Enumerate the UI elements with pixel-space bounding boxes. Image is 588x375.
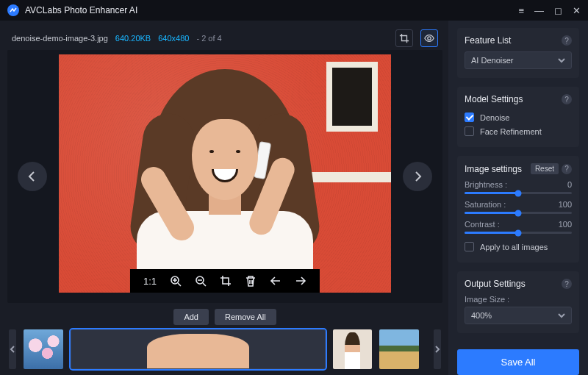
- file-size: 640.20KB: [115, 34, 151, 43]
- image-size-value: 400%: [471, 311, 492, 320]
- zoom-toolbar: 1:1: [130, 269, 320, 293]
- crop-icon[interactable]: [220, 275, 232, 287]
- minimize-button[interactable]: —: [534, 6, 544, 15]
- brightness-slider[interactable]: [465, 192, 572, 194]
- remove-all-button[interactable]: Remove All: [215, 309, 276, 325]
- next-image-button[interactable]: [403, 162, 432, 191]
- output-settings-panel: Output Settings? Image Size : 400%: [457, 271, 579, 333]
- zoom-ratio-button[interactable]: 1:1: [143, 276, 157, 287]
- undo-arrow-icon[interactable]: [270, 275, 282, 287]
- close-button[interactable]: ✕: [573, 6, 581, 15]
- title-bar: AVCLabs Photo Enhancer AI ≡ — ◻ ✕: [0, 0, 588, 21]
- save-all-button[interactable]: Save All: [457, 349, 579, 375]
- output-heading: Output Settings: [465, 279, 526, 289]
- redo-arrow-icon[interactable]: [295, 275, 306, 287]
- contrast-value: 100: [559, 220, 572, 229]
- app-title: AVCLabs Photo Enhancer AI: [25, 5, 512, 15]
- help-icon[interactable]: ?: [562, 279, 572, 289]
- feature-heading: Feature List: [465, 35, 511, 46]
- file-info-bar: denoise-demo-image-3.jpg 640.20KB 640x48…: [7, 26, 442, 50]
- contrast-slider[interactable]: [465, 232, 572, 234]
- chevron-down-icon: [558, 312, 565, 319]
- feature-select-value: AI Denoiser: [471, 56, 513, 65]
- saturation-slider[interactable]: [465, 212, 572, 214]
- file-dimensions: 640x480: [158, 34, 189, 43]
- zoom-in-icon[interactable]: [170, 275, 182, 287]
- checkbox-icon: [465, 113, 474, 122]
- brightness-value: 0: [567, 180, 572, 189]
- image-size-label: Image Size :: [465, 295, 572, 304]
- add-button[interactable]: Add: [173, 309, 209, 325]
- preview-image: [59, 54, 391, 293]
- apply-all-checkbox[interactable]: Apply to all images: [465, 240, 572, 254]
- zoom-out-icon[interactable]: [195, 275, 207, 287]
- thumbs-prev-button[interactable]: [9, 329, 16, 369]
- thumbnail[interactable]: [379, 329, 418, 369]
- maximize-button[interactable]: ◻: [554, 6, 562, 15]
- checkbox-icon: [465, 242, 474, 251]
- reset-button[interactable]: Reset: [531, 163, 559, 174]
- thumbnail[interactable]: [71, 329, 326, 369]
- model-settings-panel: Model Settings? Denoise Face Refinement: [457, 87, 579, 147]
- help-icon[interactable]: ?: [562, 35, 572, 46]
- menu-icon[interactable]: ≡: [518, 6, 524, 15]
- help-icon[interactable]: ?: [562, 94, 572, 104]
- contrast-label: Contrast :: [465, 220, 500, 229]
- help-icon[interactable]: ?: [562, 164, 572, 174]
- saturation-value: 100: [559, 200, 572, 209]
- chevron-down-icon: [558, 57, 565, 64]
- thumbnail[interactable]: [24, 329, 62, 369]
- delete-icon[interactable]: [245, 275, 257, 287]
- crop-tool-button[interactable]: [395, 29, 413, 47]
- thumbs-next-button[interactable]: [434, 329, 441, 369]
- saturation-label: Saturation :: [465, 200, 506, 209]
- preview-toggle-button[interactable]: [420, 29, 438, 47]
- denoise-checkbox[interactable]: Denoise: [465, 110, 572, 124]
- svg-point-0: [428, 37, 431, 40]
- image-settings-heading: Image settings: [465, 164, 522, 174]
- prev-image-button[interactable]: [18, 162, 47, 191]
- page-indicator: - 2 of 4: [196, 34, 221, 43]
- thumbnail[interactable]: [333, 329, 372, 369]
- brightness-label: Brightness :: [465, 180, 507, 189]
- feature-panel: Feature List? AI Denoiser: [457, 28, 579, 78]
- checkbox-icon: [465, 126, 474, 136]
- app-logo-icon: [7, 4, 19, 16]
- model-heading: Model Settings: [465, 94, 523, 104]
- file-name: denoise-demo-image-3.jpg: [12, 34, 108, 43]
- image-viewer: 1:1: [7, 50, 442, 303]
- face-refinement-checkbox[interactable]: Face Refinement: [465, 124, 572, 138]
- thumbnail-strip: [7, 329, 442, 369]
- feature-select[interactable]: AI Denoiser: [465, 51, 572, 69]
- image-settings-panel: Image settings Reset? Brightness :0 Satu…: [457, 156, 579, 262]
- image-size-select[interactable]: 400%: [465, 307, 572, 324]
